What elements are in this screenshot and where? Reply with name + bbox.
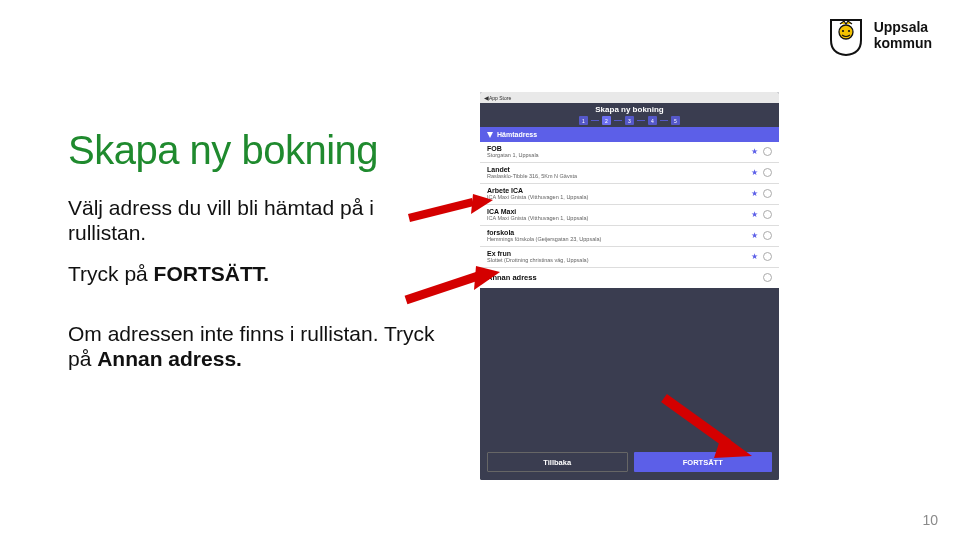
address-name: FOB: [487, 145, 751, 152]
continue-button-label: FORTSÄTT: [683, 458, 723, 467]
step-4: 4: [648, 116, 657, 125]
mockup-header: Skapa ny bokning 1 2 3 4 5: [480, 103, 779, 127]
address-other[interactable]: Annan adress: [480, 268, 779, 288]
address-item[interactable]: Arbete ICAICA Maxi Gnista (Vitthuvagen 1…: [480, 184, 779, 205]
address-item[interactable]: ICA MaxiICA Maxi Gnista (Vitthuvagen 1, …: [480, 205, 779, 226]
address-detail: Hemmings förskola (Geijersgatan 23, Upps…: [487, 236, 751, 242]
svg-point-1: [842, 30, 844, 32]
radio-icon: [763, 189, 772, 198]
mockup-footer: Tillbaka FORTSÄTT: [480, 446, 779, 480]
back-button[interactable]: Tillbaka: [487, 452, 628, 472]
logo-line2: kommun: [874, 35, 932, 51]
instruction-2-bold: FORTSÄTT.: [154, 262, 270, 285]
mockup-title: Skapa ny bokning: [595, 105, 663, 114]
star-icon: ★: [751, 210, 758, 219]
address-name: Ex frun: [487, 250, 751, 257]
star-icon: ★: [751, 252, 758, 261]
radio-icon: [763, 210, 772, 219]
address-item[interactable]: FOBStorgatan 1, Uppsala★: [480, 142, 779, 163]
address-name: forskola: [487, 229, 751, 236]
address-name: Arbete ICA: [487, 187, 751, 194]
step-5: 5: [671, 116, 680, 125]
instruction-2: Tryck på FORTSÄTT.: [68, 261, 443, 286]
address-detail: Slottet (Drottning christinas väg, Uppsa…: [487, 257, 751, 263]
address-list: FOBStorgatan 1, Uppsala★LandetRaslasklo-…: [480, 142, 779, 268]
address-detail: ICA Maxi Gnista (Vitthuvagen 1, Uppsala): [487, 215, 751, 221]
chevron-down-icon: [487, 132, 493, 138]
star-icon: ★: [751, 147, 758, 156]
step-indicator: 1 2 3 4 5: [579, 116, 680, 125]
radio-icon: [763, 147, 772, 156]
step-1: 1: [579, 116, 588, 125]
page-number: 10: [922, 512, 938, 528]
instruction-2-text: Tryck på: [68, 262, 154, 285]
instruction-1: Välj adress du vill bli hämtad på i rull…: [68, 195, 443, 245]
continue-button[interactable]: FORTSÄTT: [634, 452, 773, 472]
radio-icon: [763, 252, 772, 261]
statusbar-text: App Store: [489, 95, 511, 101]
address-detail: ICA Maxi Gnista (Vitthuvagen 1, Uppsala): [487, 194, 751, 200]
section-label-text: Hämtadress: [497, 131, 537, 138]
content-column: Skapa ny bokning Välj adress du vill bli…: [68, 128, 443, 387]
address-detail: Raslasklo-Tibble 316, 5Km N Gävsta: [487, 173, 751, 179]
address-detail: Storgatan 1, Uppsala: [487, 152, 751, 158]
step-2: 2: [602, 116, 611, 125]
address-name: Landet: [487, 166, 751, 173]
star-icon: ★: [751, 231, 758, 240]
radio-icon: [763, 273, 772, 282]
logo-crest-icon: [826, 14, 866, 56]
mockup-statusbar: ◀ App Store: [480, 92, 779, 103]
back-button-label: Tillbaka: [543, 458, 571, 467]
step-3: 3: [625, 116, 634, 125]
address-name: ICA Maxi: [487, 208, 751, 215]
address-item[interactable]: Ex frunSlottet (Drottning christinas väg…: [480, 247, 779, 268]
instruction-3-bold: Annan adress.: [97, 347, 242, 370]
radio-icon: [763, 168, 772, 177]
logo-line1: Uppsala: [874, 19, 932, 35]
address-other-label: Annan adress: [487, 273, 763, 282]
star-icon: ★: [751, 189, 758, 198]
logo: Uppsala kommun: [826, 14, 932, 56]
app-mockup: ◀ App Store Skapa ny bokning 1 2 3 4 5 H…: [480, 92, 779, 480]
instruction-3: Om adressen inte finns i rullistan. Tryc…: [68, 321, 443, 371]
section-pickup-address: Hämtadress: [480, 127, 779, 142]
star-icon: ★: [751, 168, 758, 177]
svg-point-2: [848, 30, 850, 32]
address-item[interactable]: LandetRaslasklo-Tibble 316, 5Km N Gävsta…: [480, 163, 779, 184]
logo-text: Uppsala kommun: [874, 19, 932, 51]
radio-icon: [763, 231, 772, 240]
page-title: Skapa ny bokning: [68, 128, 443, 173]
address-item[interactable]: forskolaHemmings förskola (Geijersgatan …: [480, 226, 779, 247]
